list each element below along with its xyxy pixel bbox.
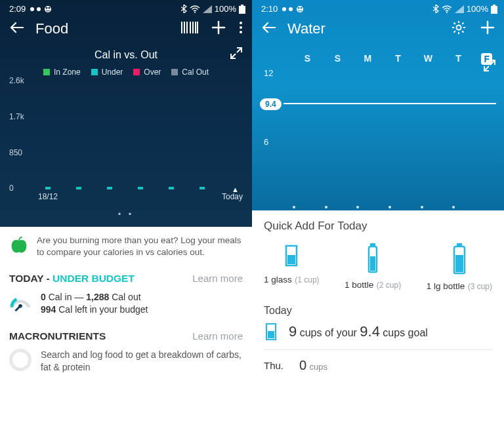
food-top: 2:09 100% Food [0, 0, 252, 227]
status-time: 2:10 [261, 4, 278, 14]
svg-point-16 [240, 26, 242, 29]
svg-rect-7 [239, 6, 245, 14]
apple-icon [9, 235, 29, 254]
svg-rect-37 [287, 255, 295, 264]
food-chart-area: Cal in vs. Out In Zone Under Over Cal Ou… [0, 47, 252, 227]
today-header: TODAY - UNDER BUDGET Learn more [9, 273, 243, 285]
battery-text: 100% [467, 4, 488, 14]
battery-text: 100% [215, 4, 236, 14]
y-axis: 12 6 [260, 73, 281, 210]
page-indicator[interactable]: • • [9, 205, 243, 226]
wifi-icon [190, 5, 200, 13]
svg-line-34 [462, 31, 463, 32]
macro-tip: Search and log food to get a breakdown o… [41, 349, 243, 374]
status-bar: 2:09 100% [0, 0, 252, 15]
learn-more-link[interactable]: Learn more [192, 273, 243, 284]
quick-add-title: Quick Add For Today [264, 220, 492, 233]
tip-text: Are you burning more than you eat? Log y… [37, 235, 243, 258]
signal-icon [203, 5, 212, 13]
quick-add-bottle[interactable]: 1 bottle (2 cup) [345, 242, 401, 292]
svg-point-4 [46, 7, 48, 9]
svg-rect-41 [455, 255, 463, 272]
food-lower: Are you burning more than you eat? Log y… [0, 227, 252, 432]
gauge-icon [9, 292, 32, 315]
add-icon[interactable] [211, 20, 226, 37]
food-screen: 2:09 100% Food [0, 0, 252, 432]
quick-add-lg-bottle[interactable]: 1 lg bottle (3 cup) [427, 242, 492, 292]
page-title: Water [287, 20, 440, 37]
svg-line-33 [454, 23, 455, 24]
add-icon[interactable] [480, 20, 495, 37]
status-time: 2:09 [9, 4, 26, 14]
gear-icon[interactable] [452, 20, 466, 37]
glass-small-icon [264, 322, 278, 342]
today-cups-row: 9 cups of your 9.4 cups goal [264, 322, 492, 350]
svg-point-25 [446, 12, 448, 13]
tip-row: Are you burning more than you eat? Log y… [9, 235, 243, 258]
budget-status: UNDER BUDGET [52, 273, 135, 284]
prev-day-label: Thu. [264, 360, 284, 371]
today-goal-value: 9.4 [360, 323, 380, 340]
svg-point-17 [240, 31, 242, 33]
svg-point-3 [49, 7, 51, 9]
chart-title: Cal in vs. Out [94, 49, 158, 61]
bluetooth-icon [433, 5, 439, 13]
days-row[interactable]: S S M T W T F [252, 47, 504, 70]
food-app-bar: Food [0, 15, 252, 47]
goal-value-badge: 9.4 [260, 98, 282, 110]
svg-point-19 [18, 304, 22, 308]
bars [38, 81, 243, 189]
back-icon[interactable] [9, 22, 24, 36]
water-lower: Quick Add For Today 1 glass (1 cup) 1 bo… [252, 210, 504, 432]
status-glyph-icon [280, 5, 306, 13]
status-bar: 2:10 100% [252, 0, 504, 15]
macro-header: MACRONUTRIENTS Learn more [9, 330, 243, 342]
quick-add-row: 1 glass (1 cup) 1 bottle (2 cup) 1 lg bo… [264, 242, 492, 292]
svg-point-15 [240, 22, 242, 24]
x-axis: 18/12 Today [38, 192, 243, 205]
barcode-icon[interactable] [181, 22, 198, 36]
status-glyph-icon [28, 5, 54, 13]
svg-rect-26 [493, 5, 495, 6]
svg-point-20 [282, 7, 286, 11]
today-cups-value: 9 [289, 323, 297, 340]
chart-legend: In Zone Under Over Cal Out [9, 68, 243, 77]
bluetooth-icon [181, 5, 187, 13]
svg-rect-6 [241, 5, 243, 6]
food-bar-chart[interactable]: 2.6k 1.7k 850 0 ▲ 18/12 Today [9, 81, 243, 205]
prev-day-row: Thu. 0 cups [264, 350, 492, 373]
svg-rect-39 [370, 256, 375, 271]
svg-point-1 [37, 7, 41, 11]
macro-row: Search and log food to get a breakdown o… [9, 349, 243, 374]
quick-add-glass[interactable]: 1 glass (1 cup) [264, 242, 320, 292]
svg-rect-27 [491, 6, 497, 14]
page-title: Food [35, 20, 169, 37]
svg-point-5 [194, 12, 196, 13]
expand-icon[interactable] [230, 47, 243, 62]
calorie-summary: 0 Cal in — 1,288 Cal out 994 Cal left in… [9, 291, 243, 316]
svg-point-0 [30, 7, 34, 11]
water-bar-chart[interactable]: 12 6 9.4 [260, 73, 496, 210]
svg-point-24 [298, 7, 300, 9]
back-icon[interactable] [261, 22, 276, 36]
battery-icon [239, 5, 245, 14]
learn-more-link[interactable]: Learn more [192, 330, 243, 342]
macro-ring-icon [9, 349, 32, 371]
wifi-icon [442, 5, 452, 13]
water-app-bar: Water [252, 15, 504, 47]
svg-point-28 [457, 26, 461, 30]
today-section-title: Today [264, 305, 492, 317]
water-top: 2:10 100% Water [252, 0, 504, 210]
y-axis: 2.6k 1.7k 850 0 [9, 81, 35, 189]
water-screen: 2:10 100% Water [252, 0, 504, 432]
svg-point-21 [289, 7, 293, 11]
battery-icon [491, 5, 497, 14]
prev-day-value: 0 [299, 358, 306, 372]
svg-line-35 [454, 31, 455, 32]
overflow-icon[interactable] [239, 21, 243, 37]
signal-icon [455, 5, 464, 13]
svg-line-36 [462, 23, 463, 24]
svg-rect-42 [268, 331, 274, 338]
svg-point-23 [301, 7, 303, 9]
